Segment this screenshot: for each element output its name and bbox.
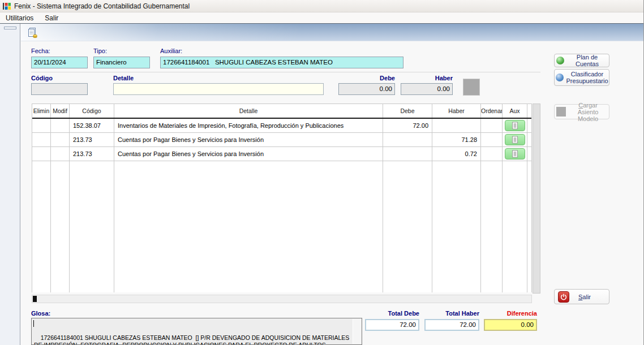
cargar-asiento-label: Cargar Asiento Modelo — [569, 102, 607, 122]
left-splitter-panel[interactable] — [0, 24, 20, 345]
add-entry-button[interactable] — [463, 79, 480, 96]
copy-entry-document-icon[interactable] — [27, 27, 39, 39]
window-title: Fenix - Sistema Integrado de Contabilida… — [14, 2, 190, 10]
auxiliar-field[interactable]: 1726641184001 SHUGULI CABEZAS ESTEBAN MA… — [160, 57, 403, 68]
glosa-scrollbar[interactable] — [353, 319, 361, 344]
scrollbar-thumb[interactable] — [33, 296, 37, 302]
clasificador-presupuestario-button[interactable]: Clasificador Presupuestario — [554, 69, 609, 86]
total-debe-field: 72.00 — [365, 319, 419, 331]
app-icon — [2, 2, 11, 11]
cell-elimin[interactable] — [32, 119, 51, 132]
grid-header-row: Elimin Modif Código Detalle Debe Haber O… — [32, 104, 531, 119]
col-filler — [527, 104, 533, 118]
cell-debe: 72.00 — [383, 119, 432, 132]
toolbar — [21, 24, 644, 41]
diferencia-label: Diferencia — [484, 310, 537, 317]
grid-row-2[interactable]: 213.73 Cuentas por Pagar Bienes y Servic… — [32, 133, 531, 147]
cell-debe — [383, 133, 432, 146]
grid-empty-area — [32, 161, 531, 292]
cell-haber: 0.72 — [432, 147, 481, 161]
app-window: Fenix - Sistema Integrado de Contabilida… — [0, 0, 644, 345]
text-caret — [33, 320, 34, 327]
detalle-label: Detalle — [113, 75, 134, 81]
power-icon — [558, 291, 569, 303]
cell-elimin[interactable] — [32, 133, 51, 146]
plan-de-cuentas-button[interactable]: Plan de Cuentas — [554, 54, 609, 67]
aux-button[interactable] — [505, 134, 525, 145]
col-debe[interactable]: Debe — [383, 104, 432, 118]
cell-modif[interactable] — [51, 147, 70, 161]
codigo-label: Código — [31, 75, 53, 81]
col-detalle[interactable]: Detalle — [114, 104, 383, 118]
detalle-field[interactable] — [113, 83, 324, 95]
cell-codigo: 152.38.07 — [70, 119, 114, 132]
cell-ordenar[interactable] — [481, 119, 503, 132]
col-elimin[interactable]: Elimin — [32, 104, 51, 118]
cell-aux — [503, 119, 527, 132]
document-lines-icon — [512, 150, 518, 158]
col-aux[interactable]: Aux — [503, 104, 527, 118]
green-sphere-icon — [556, 57, 564, 64]
glosa-field[interactable]: 1726641184001 SHUGULI CABEZAS ESTEBAN MA… — [31, 318, 362, 345]
cell-codigo: 213.73 — [70, 133, 114, 146]
plan-de-cuentas-label: Plan de Cuentas — [567, 54, 607, 67]
cell-detalle: Inventarios de Materiales de Impresión, … — [114, 119, 383, 132]
aux-button[interactable] — [505, 148, 525, 159]
cell-detalle: Cuentas por Pagar Bienes y Servicios par… — [114, 133, 383, 146]
cell-ordenar[interactable] — [481, 147, 503, 161]
debe-label: Debe — [338, 75, 395, 81]
cell-haber — [432, 119, 481, 132]
blue-sphere-icon — [556, 74, 564, 81]
cell-aux — [503, 147, 527, 161]
debe-field[interactable]: 0.00 — [338, 83, 395, 95]
glosa-text: 1726641184001 SHUGULI CABEZAS ESTEBAN MA… — [34, 334, 351, 345]
cell-detalle: Cuentas por Pagar Bienes y Servicios par… — [114, 147, 383, 161]
fecha-label: Fecha: — [31, 48, 50, 54]
fecha-field[interactable]: 20/11/2024 — [31, 57, 88, 68]
col-modif[interactable]: Modif — [51, 104, 70, 118]
col-codigo[interactable]: Código — [70, 104, 114, 118]
tipo-label: Tipo: — [93, 48, 107, 54]
cell-elimin[interactable] — [32, 147, 51, 161]
tipo-field[interactable]: Financiero — [93, 57, 150, 68]
auxiliar-label: Auxiliar: — [160, 48, 182, 54]
glosa-label: Glosa: — [31, 310, 50, 317]
document-lines-icon — [512, 122, 518, 130]
col-haber[interactable]: Haber — [432, 104, 481, 118]
entries-grid: Elimin Modif Código Detalle Debe Haber O… — [32, 104, 532, 292]
grid-row-1[interactable]: 152.38.07 Inventarios de Materiales de I… — [32, 119, 531, 133]
total-haber-field: 72.00 — [424, 319, 479, 331]
menu-utilitarios[interactable]: Utilitarios — [0, 13, 39, 23]
grid-vertical-scrollbar[interactable] — [533, 104, 540, 294]
total-debe-label: Total Debe — [365, 310, 419, 317]
col-ordenar[interactable]: Ordenar — [481, 104, 503, 118]
grid-horizontal-scrollbar[interactable] — [32, 295, 532, 303]
menubar: Utilitarios Salir — [0, 12, 644, 24]
titlebar: Fenix - Sistema Integrado de Contabilida… — [0, 0, 644, 12]
haber-field[interactable]: 0.00 — [401, 83, 453, 95]
document-lines-icon — [512, 136, 518, 144]
cell-haber: 71.28 — [432, 133, 481, 146]
gray-square-icon — [556, 107, 566, 117]
cell-modif[interactable] — [51, 133, 70, 146]
splitter-grabber[interactable] — [4, 27, 16, 29]
total-haber-label: Total Haber — [424, 310, 479, 317]
haber-label: Haber — [401, 75, 453, 81]
cell-debe — [383, 147, 432, 161]
grid-row-3[interactable]: 213.73 Cuentas por Pagar Bienes y Servic… — [32, 147, 531, 161]
codigo-field[interactable] — [31, 83, 88, 95]
salir-label: Salir — [578, 294, 591, 300]
cargar-asiento-modelo-button: Cargar Asiento Modelo — [554, 104, 609, 119]
clasificador-label: Clasificador Presupuestario — [566, 71, 608, 84]
salir-button[interactable]: Salir — [554, 289, 609, 304]
cell-codigo: 213.73 — [70, 147, 114, 161]
menu-salir[interactable]: Salir — [39, 13, 64, 23]
form-separator — [31, 72, 540, 72]
cell-modif[interactable] — [51, 119, 70, 132]
diferencia-field: 0.00 — [484, 319, 537, 331]
aux-button[interactable] — [505, 120, 525, 131]
cell-ordenar[interactable] — [481, 133, 503, 146]
cell-aux — [503, 133, 527, 146]
